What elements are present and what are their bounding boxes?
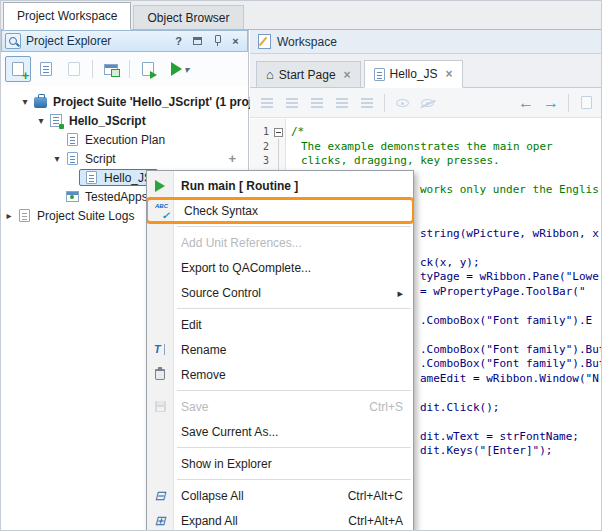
toolbar-separator: [92, 60, 93, 78]
code-line: dit.wText = strFontName;: [420, 430, 602, 445]
menu-item-label: Collapse All: [181, 489, 244, 503]
tree-item-label: Execution Plan: [85, 133, 165, 147]
close-tab-button[interactable]: ×: [446, 67, 453, 81]
menu-item-run-main[interactable]: Run main [ Routine ]: [147, 173, 413, 198]
menu-item-edit[interactable]: Edit: [147, 312, 413, 337]
dock-button[interactable]: [190, 33, 205, 49]
menu-item-remove[interactable]: Remove: [147, 362, 413, 387]
code-line: .ComboBox("Font family").But: [420, 357, 602, 372]
script-unit-icon: [374, 68, 385, 81]
comment-button[interactable]: [306, 92, 328, 114]
menu-shortcut: Ctrl+Alt+A: [328, 514, 403, 528]
code-line: clicks, dragging, key presses.: [301, 154, 602, 169]
chevron-down-icon[interactable]: [19, 96, 31, 107]
forward-arrow-icon: [543, 94, 559, 112]
tab-project-workspace[interactable]: Project Workspace: [3, 2, 131, 30]
chevron-down-icon[interactable]: [51, 153, 63, 164]
document-icon: [581, 96, 592, 109]
menu-item-source-control[interactable]: Source Control: [147, 280, 413, 305]
toolbar-overflow-button[interactable]: [575, 92, 597, 114]
run-document-icon: [142, 62, 154, 76]
testcomplete-window: Project Workspace Object Browser Project…: [0, 0, 602, 531]
check-syntax-icon: [154, 200, 172, 221]
menu-item-label: Source Control: [181, 286, 261, 300]
fold-collapse-icon[interactable]: [274, 128, 283, 137]
toolbar-separator: [568, 94, 569, 112]
add-item-button[interactable]: +: [228, 151, 236, 166]
menu-item-label: Rename: [181, 343, 226, 357]
help-button[interactable]: ?: [171, 33, 186, 49]
tab-project-workspace-label: Project Workspace: [17, 9, 117, 23]
workspace-title: Workspace: [277, 35, 337, 49]
project-explorer-icon: [5, 33, 21, 49]
menu-item-label: Expand All: [181, 514, 238, 528]
rename-icon: [151, 337, 169, 362]
script-unit-icon: [82, 171, 100, 184]
menu-item-show-in-explorer[interactable]: Show in Explorer: [147, 451, 413, 476]
navigate-forward-button[interactable]: [540, 92, 562, 114]
pin-icon: [212, 35, 222, 47]
tree-item-project-suite[interactable]: Project Suite 'Hello_JScript' (1 project…: [1, 92, 248, 111]
uncomment-button[interactable]: [331, 92, 353, 114]
code-line: dit.Click();: [420, 401, 602, 416]
menu-item-export-qacomplete[interactable]: Export to QAComplete...: [147, 255, 413, 280]
tree-item-label: TestedApps: [85, 190, 148, 204]
menu-item-label: Run main [ Routine ]: [181, 179, 298, 193]
menu-item-label: Save: [181, 400, 208, 414]
code-line: tyPage = wRibbon.Pane("Lowe: [420, 270, 602, 285]
tab-hello-js-label: Hello_JS: [390, 67, 438, 81]
tree-item-execution-plan[interactable]: Execution Plan: [1, 130, 248, 149]
tab-object-browser[interactable]: Object Browser: [133, 5, 243, 29]
outdent-button[interactable]: [281, 92, 303, 114]
workspace-icon: [258, 34, 271, 49]
pin-button[interactable]: [209, 33, 224, 49]
tree-item-hello-jscript[interactable]: Hello_JScript: [1, 111, 248, 130]
close-button[interactable]: ×: [228, 33, 243, 49]
chevron-down-icon[interactable]: [35, 115, 47, 126]
organize-panels-button[interactable]: [98, 56, 124, 82]
editor-toolbar: [250, 88, 602, 118]
eye-icon: [396, 99, 409, 107]
menu-separator: [177, 447, 411, 448]
run-project-button[interactable]: [163, 56, 197, 82]
existing-item-icon: [68, 62, 80, 76]
tree-item-script[interactable]: Script +: [1, 149, 248, 168]
trash-icon: [151, 362, 169, 387]
project-explorer-toolbar: [1, 52, 248, 86]
menu-item-expand-all[interactable]: Expand All Ctrl+Alt+A: [147, 508, 413, 531]
menu-shortcut: Ctrl+Alt+C: [328, 489, 403, 503]
workspace-header: Workspace: [250, 30, 602, 54]
submenu-arrow-icon: [397, 286, 403, 300]
navigate-back-button[interactable]: [515, 92, 537, 114]
indent-button[interactable]: [256, 92, 278, 114]
code-line: string(wPicture, wRibbon, x: [420, 227, 602, 242]
menu-item-collapse-all[interactable]: Collapse All Ctrl+Alt+C: [147, 483, 413, 508]
run-unit-button[interactable]: [135, 56, 161, 82]
add-new-project-button[interactable]: [5, 56, 31, 82]
code-line: dit.Keys("[Enter]");: [420, 444, 602, 459]
code-line: ck(x, y);: [420, 256, 602, 271]
menu-item-save-current-as[interactable]: Save Current As...: [147, 419, 413, 444]
menu-item-rename[interactable]: Rename: [147, 337, 413, 362]
show-hidden-button[interactable]: [391, 92, 413, 114]
menu-item-label: Save Current As...: [181, 425, 278, 439]
menu-separator: [177, 390, 411, 391]
tab-start-page[interactable]: Start Page ×: [256, 61, 361, 87]
menu-item-check-syntax[interactable]: Check Syntax: [146, 197, 414, 224]
tree-item-label: Hello_JS: [104, 171, 152, 185]
menu-item-label: Edit: [181, 318, 202, 332]
format-button[interactable]: [356, 92, 378, 114]
chevron-right-icon[interactable]: [3, 210, 15, 221]
run-icon: [151, 173, 169, 198]
add-new-item-button[interactable]: [33, 56, 59, 82]
code-line: ameEdit = wRibbon.Window("N: [420, 372, 602, 387]
tab-hello-js[interactable]: Hello_JS ×: [364, 60, 463, 88]
hide-button[interactable]: [416, 92, 438, 114]
eye-slash-icon: [421, 99, 434, 107]
close-tab-button[interactable]: ×: [344, 68, 351, 82]
line-number: 3: [250, 154, 285, 169]
add-existing-item-button[interactable]: [61, 56, 87, 82]
menu-separator: [177, 479, 411, 480]
tree-item-label: Project Suite Logs: [37, 209, 134, 223]
tree-item-label: Project Suite 'Hello_JScript' (1 project…: [53, 95, 273, 109]
